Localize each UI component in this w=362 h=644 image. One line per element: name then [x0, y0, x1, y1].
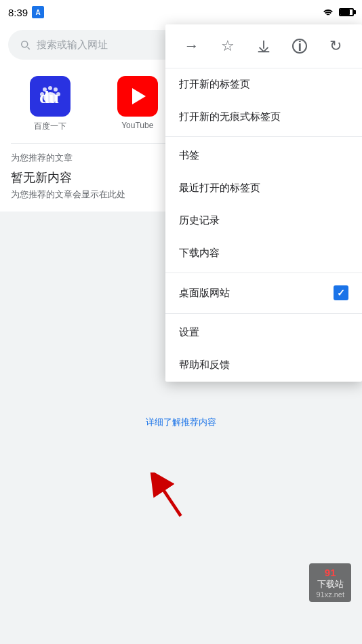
youtube-icon	[117, 76, 158, 117]
menu-downloads[interactable]: 下载内容	[165, 237, 362, 270]
menu-bookmarks[interactable]: 书签	[165, 140, 362, 172]
watermark-number: 91	[325, 567, 336, 578]
dropdown-menu: → ☆ i ↻ 打开新的标签页 打开新的无痕式标签页 书签 最近打开的标签页 历…	[165, 24, 362, 382]
menu-divider-3	[165, 313, 362, 314]
status-left: 8:39 A	[8, 6, 44, 18]
red-arrow	[149, 472, 197, 520]
search-placeholder: 搜索或输入网址	[37, 39, 108, 52]
svg-point-5	[56, 92, 60, 96]
svg-point-4	[40, 92, 44, 96]
menu-new-tab[interactable]: 打开新的标签页	[165, 68, 362, 101]
svg-point-6	[43, 92, 57, 103]
bookmark-baidu[interactable]: du 百度一下	[11, 76, 90, 132]
forward-button[interactable]: →	[181, 35, 203, 57]
svg-line-8	[157, 481, 181, 517]
download-button[interactable]	[253, 35, 275, 57]
watermark: 91 下载站 91xz.net	[309, 563, 351, 602]
more-info-link[interactable]: 详细了解推荐内容	[146, 416, 216, 428]
svg-point-2	[48, 86, 52, 90]
star-button[interactable]: ☆	[217, 35, 239, 57]
desktop-site-checkbox[interactable]	[334, 285, 348, 300]
dropdown-toolbar: → ☆ i ↻	[165, 24, 362, 68]
refresh-button[interactable]: ↻	[325, 35, 346, 57]
wifi-icon	[321, 7, 335, 17]
menu-history[interactable]: 历史记录	[165, 205, 362, 237]
status-icon: A	[32, 6, 44, 18]
watermark-domain: 91xz.net	[316, 590, 344, 599]
status-time: 8:39	[8, 7, 28, 18]
status-bar: 8:39 A	[0, 0, 362, 24]
svg-point-3	[54, 87, 58, 92]
menu-desktop-site[interactable]: 桌面版网站	[165, 276, 362, 310]
menu-divider-2	[165, 273, 362, 273]
menu-settings[interactable]: 设置	[165, 317, 362, 349]
battery-icon	[339, 8, 354, 16]
baidu-icon: du	[30, 76, 71, 117]
menu-help[interactable]: 帮助和反馈	[165, 349, 362, 382]
watermark-text: 下载站	[317, 578, 344, 590]
search-icon	[19, 39, 31, 51]
svg-point-1	[43, 87, 47, 92]
info-button[interactable]: i	[289, 35, 310, 57]
menu-divider-1	[165, 136, 362, 137]
status-right	[321, 7, 354, 17]
youtube-label: YouTube	[121, 121, 153, 130]
menu-recent-tabs[interactable]: 最近打开的标签页	[165, 172, 362, 205]
download-icon	[256, 39, 271, 54]
baidu-label: 百度一下	[34, 121, 66, 132]
menu-incognito[interactable]: 打开新的无痕式标签页	[165, 101, 362, 134]
